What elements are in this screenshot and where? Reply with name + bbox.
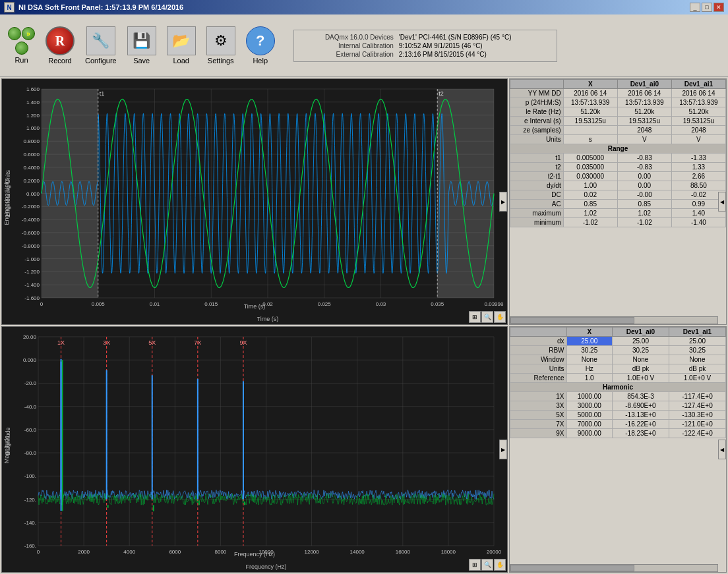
time-chart-btn1[interactable]: ⊞ [469,311,481,323]
title-bar: N NI DSA Soft Front Panel: 1:57:13.9 PM … [0,0,728,14]
col-header-label [510,80,564,89]
row-x: 1.0 [566,374,612,383]
help-button[interactable]: ? Help [241,24,280,67]
settings-button[interactable]: ⚙ Settings [201,24,241,67]
bottom-table-expand[interactable]: ◀ [718,440,726,459]
row-label: Reference [510,374,567,383]
configure-button[interactable]: 🔧 Configure [80,24,122,67]
row-ai0: 1.02 [617,209,671,218]
row-ai0: 0.00 [617,181,671,190]
row-ai1: None [669,355,725,364]
top-table-row: AC 0.85 0.85 0.99 [510,200,726,209]
maximize-button[interactable]: □ [702,3,712,12]
row-ai0: -8.690E+0 [612,401,669,411]
row-label: 3X [510,401,567,411]
row-label: YY MM DD [510,89,564,98]
top-table-expand[interactable]: ◀ [718,192,726,212]
row-ai1: -127.4E+0 [669,401,725,411]
minimize-button[interactable]: _ [690,3,700,12]
settings-icon: ⚙ [206,26,235,55]
row-x: 3000.00 [566,401,612,411]
row-label: t2 [510,163,564,172]
row-ai1: 2048 [671,126,725,135]
freq-x-label: Frequency (Hz) [234,551,275,558]
top-table-row: ze (samples) 2048 2048 [510,126,726,135]
time-chart-toolbar[interactable]: ⊞ 🔍 ✋ [469,311,506,323]
bottom-table-hscrollbar[interactable] [510,564,718,572]
row-ai0: 30.25 [612,346,669,355]
save-button[interactable]: 💾 Save [122,24,162,67]
settings-label: Settings [208,57,234,65]
freq-chart-btn1[interactable]: ⊞ [469,559,481,571]
top-table-row: YY MM DD 2016 06 14 2016 06 14 2016 06 1… [510,89,726,98]
freq-col-header-x: X [566,328,612,337]
time-chart-btn2[interactable]: 🔍 [481,311,493,323]
freq-chart-toolbar[interactable]: ⊞ 🔍 ✋ [469,559,506,571]
row-label: maximum [510,209,564,218]
row-label: le Rate (Hz) [510,107,564,117]
record-label: Record [48,57,71,65]
row-x [563,126,617,135]
top-table-row: le Rate (Hz) 51.20k 51.20k 51.20k [510,107,726,117]
load-button[interactable]: 📂 Load [162,24,201,67]
row-x: 2016 06 14 [563,89,617,98]
run-button[interactable]: » Run [3,24,40,67]
freq-col-header-ai1: Dev1_ai1 [669,328,725,337]
row-x: Hz [566,364,612,374]
bottom-table-row: Harmonic [510,383,726,392]
time-chart-btn3[interactable]: ✋ [494,311,506,323]
row-ai0: -0.83 [617,163,671,172]
internal-cal-value: 9:10:52 AM 9/1/2015 (46 °C) [396,42,551,50]
time-x-label: Time (s) [244,303,266,310]
freq-chart-expand[interactable]: ▶ [499,440,507,459]
row-x: 1.00 [563,181,617,190]
internal-cal-label: Internal Calibration [299,42,396,50]
record-button[interactable]: R Record [40,24,80,67]
close-button[interactable]: ✕ [713,3,724,12]
row-ai1: 13:57:13.939 [671,98,725,107]
row-label: t2-t1 [510,172,564,181]
top-table-row: Range [510,144,726,154]
row-x: 25.00 [566,337,612,346]
freq-y-label: Magnitude [3,436,10,463]
bottom-table-row: 1X 1000.00 854.3E-3 -117.4E+0 [510,392,726,401]
freq-chart-btn2[interactable]: 🔍 [481,559,493,571]
row-ai0: 854.3E-3 [612,392,669,401]
row-ai1: dB pk [669,364,725,374]
row-ai1: -130.3E+0 [669,411,725,420]
top-table-hscrollbar[interactable] [510,316,718,324]
bottom-table-scrollthumb[interactable] [510,565,634,571]
window-controls[interactable]: _ □ ✕ [690,3,724,12]
row-ai1: 51.20k [671,107,725,117]
row-x: s [563,135,617,144]
section-header: Harmonic [510,383,726,392]
row-ai0: -16.22E+0 [612,420,669,429]
row-label: AC [510,200,564,209]
row-ai0: -18.23E+0 [612,429,669,438]
row-label: ze (samples) [510,126,564,135]
row-x: 19.53125u [563,117,617,126]
top-table-scrollthumb[interactable] [510,317,634,324]
bottom-table-row: 9X 9000.00 -18.23E+0 -122.4E+0 [510,429,726,438]
row-ai0: 0.85 [617,200,671,209]
row-x: 0.030000 [563,172,617,181]
top-table-row: e Interval (s) 19.53125u 19.53125u 19.53… [510,117,726,126]
row-ai1: -122.4E+0 [669,429,725,438]
row-label: 1X [510,392,567,401]
help-label: Help [253,57,268,65]
row-ai0: -0.83 [617,154,671,163]
row-ai1: 25.00 [669,337,725,346]
external-cal-label: External Calibration [299,50,396,59]
record-icon: R [46,26,75,55]
row-ai1: 1.0E+0 V [669,374,725,383]
row-ai1: 2016 06 14 [671,89,725,98]
top-table-row: maximum 1.02 1.02 1.40 [510,209,726,218]
time-chart-expand[interactable]: ▶ [499,192,507,212]
row-x: 0.02 [563,190,617,200]
freq-chart-btn3[interactable]: ✋ [494,559,506,571]
row-ai1: V [671,135,725,144]
bottom-data-table: X Dev1_ai0 Dev1_ai1 dx 25.00 25.00 25.00… [510,327,726,438]
row-x: 0.035000 [563,163,617,172]
top-data-panel: X Dev1_ai0 Dev1_ai1 YY MM DD 2016 06 14 … [509,78,727,325]
row-label: DC [510,190,564,200]
